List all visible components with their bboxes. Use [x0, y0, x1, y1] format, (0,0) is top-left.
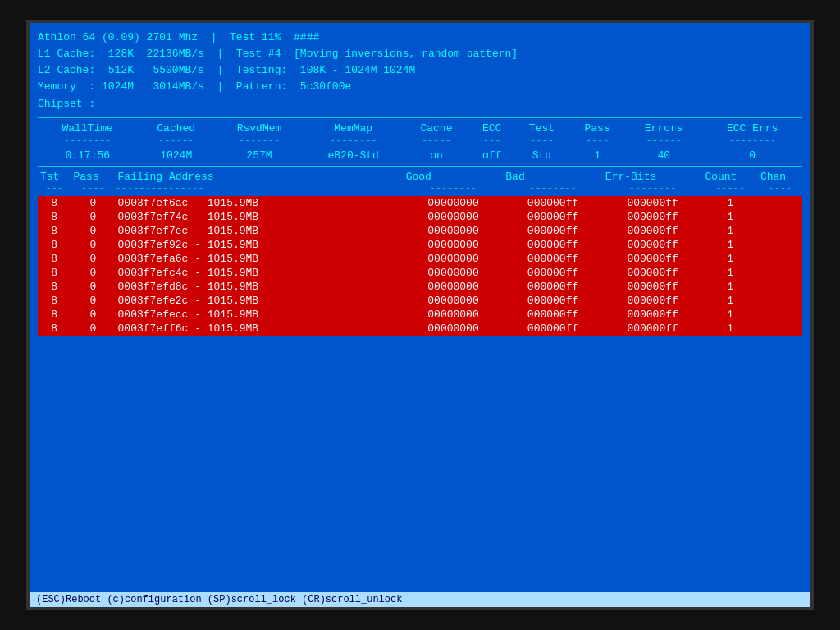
- cell-tst: 8: [38, 210, 71, 224]
- cell-tst: 8: [38, 252, 71, 266]
- cell-count: 1: [702, 252, 758, 266]
- cell-bad: 000000ff: [503, 238, 603, 252]
- cell-pass: 0: [71, 252, 116, 266]
- stats-header-row: WallTime Cached RsvdMem MemMap Cache ECC…: [38, 121, 802, 135]
- cell-addr: 0003f7efecc - 1015.9MB: [116, 308, 404, 322]
- footer-bar: (ESC)Reboot (c)configuration (SP)scroll_…: [30, 592, 810, 607]
- header-line5: Memory : 1024M 3014MB/s | Pattern: 5c30f…: [38, 79, 802, 95]
- cell-pass: 0: [71, 322, 116, 336]
- cell-errbits: 000000ff: [603, 294, 703, 308]
- col-rsvdmem: RsvdMem: [215, 121, 304, 135]
- eh-tst: Tst: [38, 170, 71, 184]
- cell-pass: 0: [71, 266, 116, 280]
- cell-bad: 000000ff: [503, 308, 603, 322]
- cell-chan: [758, 266, 802, 280]
- cell-addr: 0003f7efa6c - 1015.9MB: [116, 252, 404, 266]
- val-eccerrs: 0: [702, 148, 802, 162]
- stats-table: WallTime Cached RsvdMem MemMap Cache ECC…: [38, 121, 802, 162]
- val-test: Std: [514, 148, 570, 162]
- error-rows-table: 8 0 0003f7ef6ac - 1015.9MB 00000000 0000…: [38, 196, 802, 336]
- cell-count: 1: [702, 210, 758, 224]
- col-eccerrs: ECC Errs: [702, 121, 802, 135]
- cell-chan: [758, 322, 802, 336]
- eh-errbits: Err-Bits: [603, 170, 703, 184]
- cell-addr: 0003f7ef74c - 1015.9MB: [116, 210, 404, 224]
- cell-chan: [758, 238, 802, 252]
- table-row: 8 0 0003f7efe2c - 1015.9MB 00000000 0000…: [38, 294, 802, 308]
- val-errors: 40: [625, 148, 703, 162]
- divider-1: [38, 117, 802, 118]
- cell-good: 00000000: [404, 252, 504, 266]
- cell-pass: 0: [71, 280, 116, 294]
- divider-2: [38, 166, 802, 167]
- cell-tst: 8: [38, 322, 71, 336]
- cell-good: 00000000: [404, 308, 504, 322]
- cell-bad: 000000ff: [503, 322, 603, 336]
- cell-addr: 0003f7efe2c - 1015.9MB: [116, 294, 404, 308]
- cell-bad: 000000ff: [503, 266, 603, 280]
- cell-count: 1: [702, 280, 758, 294]
- header-line4: L2 Cache: 512K 5500MB/s | Testing: 108K …: [38, 62, 802, 79]
- cell-pass: 0: [71, 196, 116, 210]
- cell-bad: 000000ff: [503, 280, 603, 294]
- cell-bad: 000000ff: [503, 196, 603, 210]
- cell-addr: 0003f7efc4c - 1015.9MB: [116, 266, 404, 280]
- cell-bad: 000000ff: [503, 224, 603, 238]
- cell-errbits: 000000ff: [603, 322, 703, 336]
- col-walltime: WallTime: [38, 121, 137, 135]
- cell-good: 00000000: [404, 294, 504, 308]
- stats-values-row: 0:17:56 1024M 257M eB20-Std on off Std 1…: [38, 148, 802, 162]
- eh-addr: Failing Address: [116, 170, 404, 184]
- cell-good: 00000000: [404, 266, 504, 280]
- error-rows-container: 8 0 0003f7ef6ac - 1015.9MB 00000000 0000…: [38, 196, 802, 336]
- cell-pass: 0: [71, 294, 116, 308]
- cell-errbits: 000000ff: [603, 252, 703, 266]
- cell-count: 1: [702, 308, 758, 322]
- col-pass: Pass: [569, 121, 625, 135]
- cell-chan: [758, 294, 802, 308]
- table-row: 8 0 0003f7ef6ac - 1015.9MB 00000000 0000…: [38, 196, 802, 210]
- cell-addr: 0003f7eff6c - 1015.9MB: [116, 322, 404, 336]
- val-ecc: off: [470, 148, 514, 162]
- val-rsvdmem: 257M: [215, 148, 304, 162]
- cell-pass: 0: [71, 238, 116, 252]
- val-cached: 1024M: [137, 148, 215, 162]
- header-section: Athlon 64 (0.09) 2701 Mhz | Test 11% ###…: [38, 30, 802, 112]
- table-row: 8 0 0003f7eff6c - 1015.9MB 00000000 0000…: [38, 322, 802, 336]
- eh-bad: Bad: [503, 170, 603, 184]
- cell-count: 1: [702, 322, 758, 336]
- cell-tst: 8: [38, 308, 71, 322]
- val-memmap: eB20-Std: [304, 148, 403, 162]
- cell-errbits: 000000ff: [603, 308, 703, 322]
- col-cached: Cached: [137, 121, 215, 135]
- col-errors: Errors: [625, 121, 703, 135]
- cell-pass: 0: [71, 210, 116, 224]
- cell-tst: 8: [38, 266, 71, 280]
- cell-tst: 8: [38, 294, 71, 308]
- table-row: 8 0 0003f7efc4c - 1015.9MB 00000000 0000…: [38, 266, 802, 280]
- cell-good: 00000000: [404, 224, 504, 238]
- cell-pass: 0: [71, 308, 116, 322]
- cell-count: 1: [702, 224, 758, 238]
- stats-dashes-row: -------- ------ ------- -------- ----- -…: [38, 135, 802, 148]
- cell-chan: [758, 280, 802, 294]
- cell-errbits: 000000ff: [603, 238, 703, 252]
- cell-chan: [758, 196, 802, 210]
- table-row: 8 0 0003f7efa6c - 1015.9MB 00000000 0000…: [38, 252, 802, 266]
- eh-count: Count: [702, 170, 758, 184]
- val-pass: 1: [569, 148, 625, 162]
- col-test: Test: [514, 121, 570, 135]
- cell-errbits: 000000ff: [603, 266, 703, 280]
- cell-errbits: 000000ff: [603, 224, 703, 238]
- table-row: 8 0 0003f7ef7ec - 1015.9MB 00000000 0000…: [38, 224, 802, 238]
- error-header-row: Tst Pass Failing Address Good Bad Err-Bi…: [38, 170, 802, 184]
- footer-text: (ESC)Reboot (c)configuration (SP)scroll_…: [36, 594, 402, 605]
- cell-bad: 000000ff: [503, 294, 603, 308]
- cell-tst: 8: [38, 238, 71, 252]
- cell-errbits: 000000ff: [603, 196, 703, 210]
- cell-chan: [758, 224, 802, 238]
- cell-errbits: 000000ff: [603, 210, 703, 224]
- header-line6: Chipset :: [38, 96, 802, 112]
- eh-chan: Chan: [758, 170, 802, 184]
- cell-pass: 0: [71, 224, 116, 238]
